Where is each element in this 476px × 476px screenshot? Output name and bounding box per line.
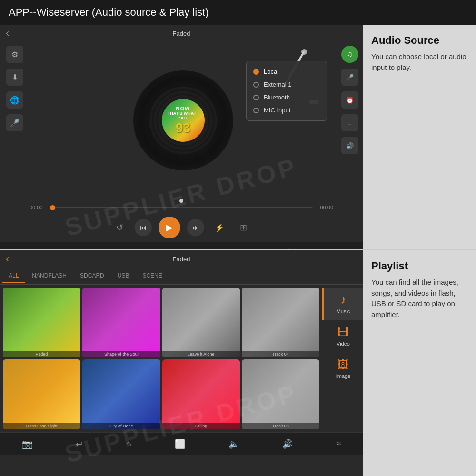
- back-icon-2[interactable]: ↩: [72, 437, 87, 451]
- progress-area: 00:00 00:00: [0, 199, 363, 213]
- main-layout: ‹ Faded ⚙ ⬇ 🌐 🎤: [0, 25, 476, 476]
- grid-item-5[interactable]: Don't Lose Sight: [3, 359, 80, 429]
- top-screen-bottom-bar: 📷 ↩ ⌂ ⬜ 🔈 🔊 ≈: [0, 242, 363, 249]
- dropdown-label-external: External 1: [264, 81, 292, 88]
- network-icon-btn[interactable]: 🌐: [6, 91, 23, 109]
- top-section: ‹ Faded ⚙ ⬇ 🌐 🎤: [0, 25, 476, 250]
- vinyl-area: NOW THAT'S WHAT I CALL 93: [30, 42, 337, 199]
- radio-external: [253, 82, 259, 88]
- vinyl-now-text: NOW: [162, 106, 205, 111]
- playlist-grid-area: Faded Shape of the Soul Leave it Alone: [0, 285, 363, 432]
- source-icon-btn[interactable]: ♫: [341, 46, 358, 63]
- side-menu-music[interactable]: ♪ Music: [322, 288, 363, 320]
- dropdown-item-mic[interactable]: MIC Input: [247, 104, 327, 117]
- grid-caption-6: City of Hope: [82, 423, 160, 429]
- back-button[interactable]: ‹: [6, 27, 9, 40]
- side-menu: ♪ Music 🎞 Video 🖼 Image: [322, 285, 363, 432]
- menu-icon[interactable]: ≈: [332, 247, 345, 249]
- camera-icon[interactable]: 📷: [18, 247, 36, 250]
- track-title: Faded: [173, 30, 190, 37]
- recent-icon[interactable]: ⬜: [171, 247, 189, 250]
- top-screen: ‹ Faded ⚙ ⬇ 🌐 🎤: [0, 25, 363, 249]
- vol-down-icon-2[interactable]: 🔈: [225, 437, 243, 451]
- tab-nandflash[interactable]: NANDFLASH: [25, 269, 73, 283]
- home-icon-2[interactable]: ⌂: [122, 437, 135, 451]
- eq-button[interactable]: ⚡: [211, 219, 228, 236]
- video-label: Video: [337, 341, 350, 347]
- vinyl-record: NOW THAT'S WHAT I CALL 93: [133, 70, 233, 170]
- camera-icon-2[interactable]: 📷: [18, 437, 36, 451]
- audio-source-title: Audio Source: [371, 34, 467, 47]
- dropdown-item-local[interactable]: Local: [247, 65, 327, 78]
- next-button[interactable]: ⏭: [187, 219, 204, 236]
- player-content: ⚙ ⬇ 🌐 🎤 NOW THAT'S WHAT I CALL: [0, 42, 363, 199]
- time-end: 00:00: [317, 205, 333, 210]
- home-icon[interactable]: ⌂: [122, 247, 135, 249]
- progress-bar[interactable]: [50, 207, 313, 208]
- grid-caption-5: Don't Lose Sight: [3, 423, 80, 429]
- bottom-screen: ‹ Faded ALL NANDFLASH SDCARD USB SCENE: [0, 250, 363, 476]
- bottom-info-panel: Playlist You can find all the images, so…: [363, 250, 476, 476]
- dropdown-item-external[interactable]: External 1: [247, 78, 327, 91]
- right-icons: ♫ 🎤 ⏰ ≡ 🔊: [337, 42, 363, 199]
- image-label: Image: [336, 373, 351, 379]
- mic2-icon-btn[interactable]: 🎤: [341, 69, 358, 86]
- side-menu-video[interactable]: 🎞 Video: [322, 320, 363, 352]
- settings-icon-btn[interactable]: ⚙: [6, 46, 23, 63]
- page-header: APP--Wiseserver (Audio source & Play lis…: [0, 0, 476, 25]
- playlist-back-button[interactable]: ‹: [6, 253, 9, 265]
- vol-up-icon[interactable]: 🔊: [278, 247, 297, 250]
- page-title: APP--Wiseserver (Audio source & Play lis…: [9, 6, 209, 19]
- dropdown-item-bluetooth[interactable]: Bluetooth: [247, 91, 327, 104]
- grid-caption-1: Faded: [3, 351, 80, 357]
- audio-source-description: You can choose local or audio input to p…: [371, 51, 467, 73]
- mic-icon-btn[interactable]: 🎤: [6, 114, 23, 131]
- prev-button[interactable]: ⏮: [135, 219, 152, 236]
- grid-item-3[interactable]: Leave it Alone: [162, 288, 240, 357]
- vol-up-icon-2[interactable]: 🔊: [278, 437, 297, 451]
- grid-thumb-8: [242, 359, 319, 429]
- dropdown-label-local: Local: [264, 68, 278, 75]
- grid-item-7[interactable]: Falling: [162, 359, 240, 429]
- playlist-grid: Faded Shape of the Soul Leave it Alone: [0, 285, 322, 432]
- left-icons: ⚙ ⬇ 🌐 🎤: [0, 42, 30, 199]
- music-icon: ♪: [340, 293, 346, 307]
- back-icon[interactable]: ↩: [72, 247, 87, 250]
- play-button[interactable]: ▶: [159, 217, 180, 238]
- tab-usb[interactable]: USB: [111, 269, 136, 283]
- bottom-screen-panel: ‹ Faded ALL NANDFLASH SDCARD USB SCENE: [0, 250, 363, 476]
- side-menu-image[interactable]: 🖼 Image: [322, 352, 363, 385]
- playlist-description: You can find all the images, songs, and …: [371, 277, 467, 320]
- playlist-title: Playlist: [371, 260, 467, 272]
- list-icon-btn[interactable]: ≡: [341, 114, 358, 131]
- playlist-top-bar: ‹ Faded: [0, 250, 363, 268]
- vol-down-icon[interactable]: 🔈: [225, 247, 243, 250]
- grid-button[interactable]: ⊞: [235, 219, 252, 236]
- vinyl-number: 93: [162, 121, 205, 136]
- tab-sdcard[interactable]: SDCARD: [73, 269, 111, 283]
- image-icon: 🖼: [337, 358, 349, 371]
- recent-icon-2[interactable]: ⬜: [171, 437, 189, 451]
- grid-item-1[interactable]: Faded: [3, 288, 80, 357]
- grid-item-8[interactable]: Track 08: [242, 359, 319, 429]
- top-info-panel: Audio Source You can choose local or aud…: [363, 25, 476, 249]
- vinyl-label: NOW THAT'S WHAT I CALL 93: [162, 99, 205, 142]
- download-icon-btn[interactable]: ⬇: [6, 69, 23, 86]
- dot-indicator: [179, 199, 183, 203]
- audio-source-dropdown: Local External 1 Bluetooth: [246, 61, 327, 121]
- tab-all[interactable]: ALL: [2, 269, 25, 283]
- volume-icon-btn[interactable]: 🔊: [341, 137, 358, 154]
- grid-thumb-4: [242, 288, 319, 357]
- alarm-icon-btn[interactable]: ⏰: [341, 91, 358, 109]
- repeat-button[interactable]: ↺: [111, 219, 128, 236]
- grid-item-2[interactable]: Shape of the Soul: [82, 288, 160, 357]
- grid-item-4[interactable]: Track 04: [242, 288, 319, 357]
- menu-icon-2[interactable]: ≈: [332, 437, 345, 451]
- grid-caption-7: Falling: [162, 423, 240, 429]
- progress-thumb: [50, 205, 55, 210]
- top-screen-bar: ‹ Faded: [0, 25, 363, 42]
- radio-bluetooth: [253, 95, 259, 100]
- tab-scene[interactable]: SCENE: [136, 269, 169, 283]
- music-label: Music: [337, 308, 350, 314]
- grid-item-6[interactable]: City of Hope: [82, 359, 160, 429]
